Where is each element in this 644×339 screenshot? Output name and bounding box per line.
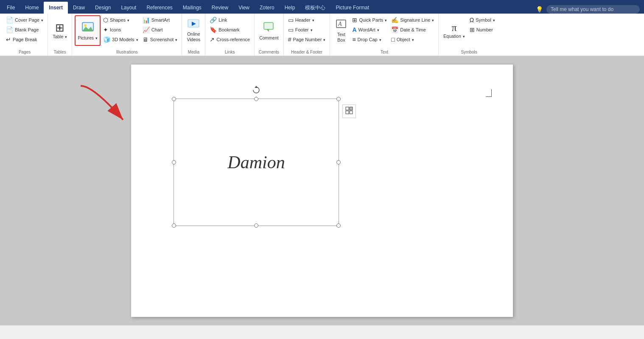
media-label: Media	[188, 50, 199, 56]
screenshot-button[interactable]: 🖥 Screenshot ▾	[141, 35, 179, 44]
link-icon: 🔗	[210, 17, 217, 23]
shapes-button[interactable]: ⬡ Shapes ▾	[101, 15, 140, 25]
tab-design[interactable]: Design	[90, 2, 116, 14]
handle-br[interactable]	[336, 223, 341, 228]
rotate-handle[interactable]	[252, 86, 260, 94]
tab-help[interactable]: Help	[280, 2, 300, 14]
tab-picture-format[interactable]: Picture Format	[330, 2, 374, 14]
equation-icon: π	[451, 23, 456, 33]
links-items: 🔗 Link 🔖 Bookmark ↗ Cross-reference	[208, 15, 252, 50]
drop-cap-icon: ≡	[352, 36, 356, 43]
comments-label: Comments	[259, 50, 279, 56]
illustrations-column: ⬡ Shapes ▾ ✦ Icons 🧊 3D Models ▾	[101, 15, 140, 46]
cover-page-icon: 📄	[6, 17, 13, 23]
tab-mailings[interactable]: Mailings	[178, 2, 207, 14]
tab-references[interactable]: References	[141, 2, 177, 14]
drop-cap-button[interactable]: ≡ Drop Cap ▾	[350, 35, 389, 44]
table-button[interactable]: ⊞ Table ▾	[50, 15, 69, 46]
comment-button[interactable]: Comment	[257, 15, 281, 46]
text-column1: ⊞ Quick Parts ▾ A WordArt ▾ ≡ Drop Cap ▾	[350, 15, 389, 46]
group-illustrations: Pictures ▾ ⬡ Shapes ▾ ✦ Icons 🧊 3D Model…	[72, 14, 182, 56]
svg-point-1	[84, 24, 87, 27]
3d-models-button[interactable]: 🧊 3D Models ▾	[101, 35, 140, 44]
handle-tr[interactable]	[336, 97, 341, 101]
chart-button[interactable]: 📈 Chart	[141, 25, 179, 34]
page-break-button[interactable]: ↵ Page Break	[4, 35, 45, 44]
object-button[interactable]: □ Object ▾	[389, 35, 436, 44]
tab-home[interactable]: Home	[20, 2, 44, 14]
svg-rect-5	[264, 23, 273, 29]
selected-image-container[interactable]: Damion	[174, 99, 339, 226]
tab-insert[interactable]: Insert	[44, 2, 68, 14]
header-button[interactable]: ▭ Header ▾	[286, 15, 328, 25]
date-time-button[interactable]: 📅 Date & Time	[389, 25, 436, 34]
quick-parts-icon: ⊞	[352, 17, 357, 23]
comments-items: Comment	[257, 15, 281, 50]
table-icon: ⊞	[55, 22, 64, 33]
symbols-label: Symbols	[461, 50, 477, 56]
equation-button[interactable]: π Equation ▾	[441, 15, 467, 46]
cross-ref-icon: ↗	[210, 36, 215, 43]
tab-zotero[interactable]: Zotero	[255, 2, 280, 14]
date-time-icon: 📅	[391, 26, 398, 33]
tab-file[interactable]: File	[2, 2, 20, 14]
layout-options-button[interactable]	[342, 105, 356, 118]
handle-tl[interactable]	[172, 97, 176, 101]
bookmark-button[interactable]: 🔖 Bookmark	[208, 25, 252, 34]
footer-icon: ▭	[288, 26, 294, 33]
handle-bl[interactable]	[172, 223, 176, 228]
tab-draw[interactable]: Draw	[68, 2, 90, 14]
wordart-icon: A	[352, 26, 356, 33]
icons-button[interactable]: ✦ Icons	[101, 25, 140, 34]
link-button[interactable]: 🔗 Link	[208, 15, 252, 25]
tell-me-input[interactable]	[546, 5, 640, 14]
search-icon: 💡	[536, 6, 543, 13]
cross-reference-button[interactable]: ↗ Cross-reference	[208, 35, 252, 44]
handle-ml[interactable]	[172, 160, 176, 164]
object-icon: □	[391, 36, 395, 43]
online-videos-button[interactable]: OnlineVideos	[185, 15, 202, 46]
handle-bm[interactable]	[254, 223, 258, 228]
group-pages: 📄 Cover Page ▾ 📄 Blank Page ↵ Page Break…	[2, 14, 48, 56]
page-number-button[interactable]: # Page Number ▾	[286, 35, 328, 44]
text-box-button[interactable]: A TextBox	[333, 15, 350, 46]
smartart-button[interactable]: 📊 SmartArt	[141, 15, 179, 25]
blank-page-button[interactable]: 📄 Blank Page	[4, 25, 45, 34]
header-icon: ▭	[288, 17, 294, 23]
handle-mr[interactable]	[336, 160, 341, 164]
tab-review[interactable]: Review	[207, 2, 233, 14]
signature-line-button[interactable]: ✍ Signature Line ▾	[389, 15, 436, 25]
svg-marker-6	[266, 29, 269, 32]
text-label: Text	[381, 50, 388, 56]
document-page: Damion	[131, 65, 513, 317]
svg-rect-11	[346, 107, 349, 110]
links-column: 🔗 Link 🔖 Bookmark ↗ Cross-reference	[208, 15, 252, 46]
tables-label: Tables	[54, 50, 66, 56]
footer-button[interactable]: ▭ Footer ▾	[286, 25, 328, 34]
illustrations-label: Illustrations	[116, 50, 138, 56]
tab-view[interactable]: View	[233, 2, 255, 14]
selected-image: Damion	[174, 99, 339, 226]
media-items: OnlineVideos	[185, 15, 202, 50]
illustrations-items: Pictures ▾ ⬡ Shapes ▾ ✦ Icons 🧊 3D Model…	[75, 15, 179, 50]
ribbon-tabs: File Home Insert Draw Design Layout Refe…	[0, 0, 644, 14]
symbol-button[interactable]: Ω Symbol ▾	[468, 15, 497, 25]
handle-tm[interactable]	[254, 97, 258, 101]
cover-page-button[interactable]: 📄 Cover Page ▾	[4, 15, 45, 25]
wordart-button[interactable]: A WordArt ▾	[350, 25, 389, 34]
3d-models-icon: 🧊	[103, 36, 110, 43]
group-header-footer: ▭ Header ▾ ▭ Footer ▾ # Page Number ▾ He…	[284, 14, 330, 56]
document-area: Damion	[0, 56, 644, 325]
group-symbols: π Equation ▾ Ω Symbol ▾ ⊞ Number Symbols	[439, 14, 499, 56]
icons-icon: ✦	[103, 26, 108, 33]
tables-items: ⊞ Table ▾	[50, 15, 69, 50]
tab-layout[interactable]: Layout	[116, 2, 141, 14]
number-button[interactable]: ⊞ Number	[468, 25, 497, 34]
pictures-button[interactable]: Pictures ▾	[75, 15, 101, 46]
tab-template[interactable]: 模板中心	[300, 2, 330, 14]
quick-parts-button[interactable]: ⊞ Quick Parts ▾	[350, 15, 389, 25]
shapes-icon: ⬡	[103, 17, 108, 23]
cursor-mark	[486, 89, 492, 97]
signature-text: Damion	[227, 152, 285, 172]
group-tables: ⊞ Table ▾ Tables	[48, 14, 72, 56]
